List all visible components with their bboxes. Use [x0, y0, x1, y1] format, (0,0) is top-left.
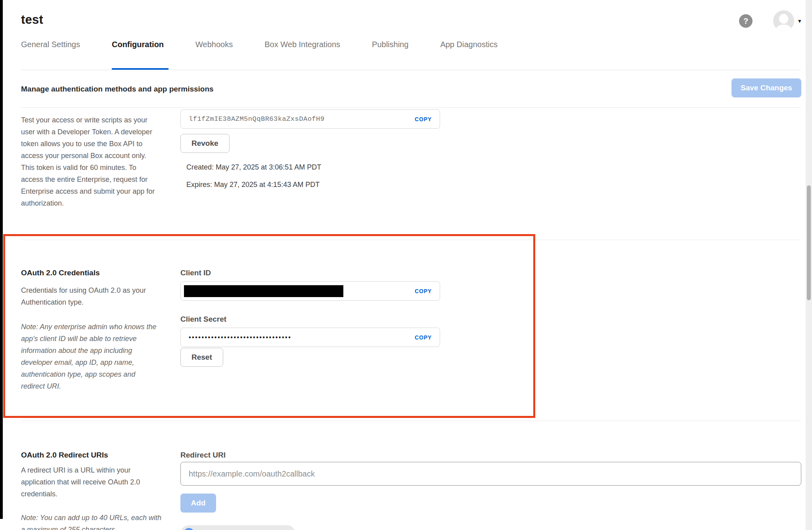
- account-menu-caret-icon[interactable]: ▾: [798, 17, 801, 25]
- page-title: test: [21, 13, 43, 27]
- redirect-uris-heading: OAuth 2.0 Redirect URIs: [21, 451, 108, 459]
- tab-webhooks[interactable]: Webhooks: [195, 40, 264, 70]
- tab-publishing[interactable]: Publishing: [372, 40, 440, 70]
- avatar[interactable]: [773, 10, 794, 31]
- avatar-shoulders-icon: [776, 25, 791, 31]
- divider: [21, 240, 801, 240]
- client-secret-label: Client Secret: [180, 315, 226, 324]
- developer-token-field: lf1fZmIE38AZM5nQqBR63kaZxsDAofH9 COPY: [180, 109, 440, 129]
- divider: [21, 107, 801, 108]
- oauth-credentials-description: Credentials for using OAuth 2.0 as your …: [21, 284, 148, 308]
- copy-client-id-button[interactable]: COPY: [415, 288, 432, 294]
- add-redirect-uri-button[interactable]: Add: [180, 494, 216, 513]
- redirect-uri-chip-icon: [184, 528, 194, 530]
- tab-bar: General Settings Configuration Webhooks …: [21, 40, 529, 70]
- tabs-divider: [21, 70, 801, 70]
- developer-token-description: Test your access or write scripts as you…: [21, 114, 155, 209]
- tab-app-diagnostics[interactable]: App Diagnostics: [440, 40, 529, 70]
- token-created-text: Created: May 27, 2025 at 3:06:51 AM PDT: [186, 163, 321, 172]
- tab-configuration[interactable]: Configuration: [112, 40, 195, 70]
- token-expires-text: Expires: May 27, 2025 at 4:15:43 AM PDT: [186, 181, 320, 189]
- tab-box-web-integrations[interactable]: Box Web Integrations: [264, 40, 372, 70]
- scrollbar-thumb[interactable]: [807, 185, 811, 300]
- redirect-uris-description: A redirect URI is a URL within your appl…: [21, 464, 158, 500]
- redirect-uri-chip[interactable]: [180, 525, 295, 530]
- client-secret-field: •••••••••••••••••••••••••••••••• COPY: [180, 328, 440, 347]
- reset-button[interactable]: Reset: [180, 348, 223, 367]
- tab-general-settings[interactable]: General Settings: [21, 40, 112, 70]
- client-id-redaction: [184, 285, 343, 297]
- redirect-uri-label: Redirect URI: [180, 451, 226, 459]
- revoke-button[interactable]: Revoke: [180, 134, 230, 153]
- redirect-uri-input[interactable]: [180, 462, 801, 486]
- oauth-credentials-heading: OAuth 2.0 Credentials: [21, 269, 100, 277]
- redirect-uris-note: Note: You can add up to 40 URLs, each wi…: [21, 512, 165, 530]
- section-toolbar-heading: Manage authentication methods and app pe…: [21, 85, 214, 93]
- oauth-credentials-note: Note: Any enterprise admin who knows the…: [21, 321, 159, 392]
- left-edge-strip: [0, 0, 3, 519]
- help-icon[interactable]: ?: [739, 14, 753, 28]
- client-secret-masked-value: ••••••••••••••••••••••••••••••••: [189, 334, 291, 341]
- copy-client-secret-button[interactable]: COPY: [415, 334, 432, 341]
- save-changes-button[interactable]: Save Changes: [732, 78, 801, 97]
- developer-token-value: lf1fZmIE38AZM5nQqBR63kaZxsDAofH9: [189, 115, 324, 123]
- client-id-field: COPY: [180, 281, 440, 301]
- copy-token-button[interactable]: COPY: [415, 116, 432, 122]
- client-id-label: Client ID: [180, 269, 211, 277]
- divider: [21, 421, 801, 421]
- avatar-head-icon: [779, 14, 788, 24]
